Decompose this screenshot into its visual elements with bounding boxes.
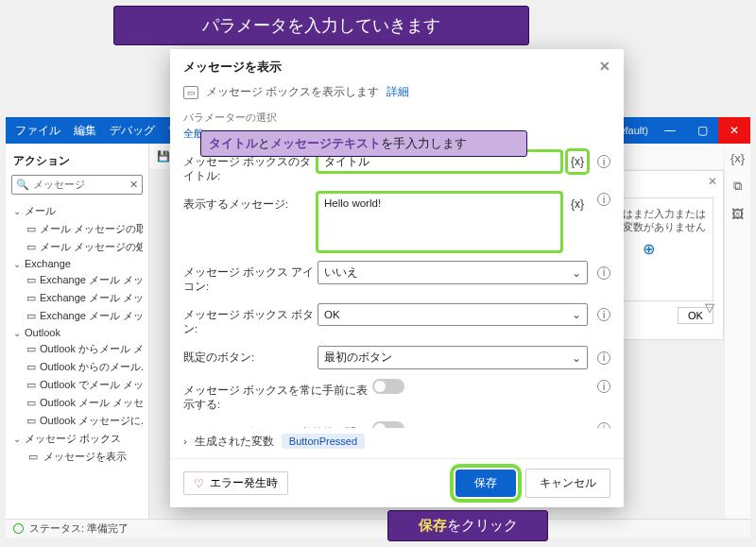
status-ready-icon [13,523,24,534]
tree-item[interactable]: ▭Exchange メール メッ... [11,271,143,289]
search-icon: 🔍 [16,179,29,191]
tree-item[interactable]: ▭Exchange メール メッ... [11,307,143,325]
shield-icon: ♡ [194,477,204,490]
icon-info-icon[interactable]: i [597,266,610,280]
tree-category[interactable]: Outlook [11,325,143,340]
tree-item[interactable]: ▭Exchange メール メッ... [11,289,143,307]
icon-label: メッセージ ボックス アイコン: [183,261,318,294]
message-box-icon: ▭ [183,86,198,99]
message-label: 表示するメッセージ: [183,193,318,212]
save-button[interactable]: 保存 [455,470,516,497]
tree-category[interactable]: メール [11,202,143,220]
autoclose-label: メッセージ ボックスを自動的に閉じる: [183,421,372,428]
window-close[interactable]: ✕ [718,117,750,144]
tree-item[interactable]: ▭Outlook メッセージに... [11,412,143,430]
tree-item[interactable]: ▭メッセージを表示 [11,448,143,466]
menu-file[interactable]: ファイル [15,123,60,139]
tree-item[interactable]: ▭Outlook からメール メ... [11,340,143,358]
tree-item[interactable]: ▭メール メッセージの処理 [11,238,143,256]
buttons-select[interactable]: OK ⌄ [318,303,588,326]
buttons-info-icon[interactable]: i [597,308,610,321]
panel-close-icon[interactable]: ✕ [708,175,717,188]
status-label: ステータス: 準備完了 [29,521,129,536]
genvar-label: 生成された変数 [195,435,274,449]
display-message-dialog: メッセージを表示 ✕ ▭ メッセージ ボックスを表示します 詳細 パラメーターの… [170,49,624,507]
sidebar-search[interactable]: 🔍 メッセージ ✕ [11,175,143,195]
clear-search-icon[interactable]: ✕ [129,179,138,191]
layers-rail-icon[interactable]: ⧉ [733,179,742,194]
chevron-down-icon: ⌄ [572,266,581,280]
tree-category[interactable]: Exchange [11,256,143,271]
chevron-down-icon: ⌄ [572,351,581,365]
dialog-subtitle: メッセージ ボックスを表示します [206,85,379,99]
topmost-toggle[interactable] [372,379,404,394]
default-info-icon[interactable]: i [597,351,610,365]
action-icon: ▭ [26,452,40,463]
action-icon: ▭ [26,344,36,355]
tree-item[interactable]: ▭Outlook でメール メッ... [11,376,143,394]
annotation-top: パラメータを入力していきます [113,6,529,45]
save-icon[interactable]: 💾 [157,150,170,162]
right-rail: {x} ⧉ 🖾 [724,144,750,519]
tree-category[interactable]: メッセージ ボックス [11,430,143,448]
action-icon: ▭ [26,275,36,286]
buttons-label: メッセージ ボックス ボタン: [183,303,318,336]
action-icon: ▭ [26,293,36,304]
window-minimize[interactable]: — [654,117,686,144]
title-variable-icon[interactable]: {x} [567,150,588,173]
details-link[interactable]: 詳細 [387,85,409,99]
message-textarea[interactable]: Hello world! [318,193,561,251]
topmost-label: メッセージ ボックスを常に手前に表示する: [183,379,372,412]
genvar-chevron-icon[interactable]: › [183,436,187,447]
tree-item[interactable]: ▭メール メッセージの取得 [11,220,143,238]
actions-sidebar: アクション 🔍 メッセージ ✕ メール▭メール メッセージの取得▭メール メッセ… [6,144,149,519]
on-error-button[interactable]: ♡ エラー発生時 [183,471,288,495]
message-variable-icon[interactable]: {x} [567,193,588,215]
status-bar: ステータス: 準備完了 [6,519,750,538]
images-rail-icon[interactable]: 🖾 [731,207,744,221]
message-info-icon[interactable]: i [597,193,610,206]
variables-rail-icon[interactable]: {x} [730,151,745,165]
autoclose-toggle[interactable] [372,421,404,428]
section-params: パラメーターの選択 [170,109,624,127]
action-icon: ▭ [26,242,36,253]
title-info-icon[interactable]: i [597,155,610,168]
topmost-info-icon[interactable]: i [597,380,610,393]
dialog-close-icon[interactable]: ✕ [599,59,610,76]
menu-edit[interactable]: 編集 [74,123,96,139]
action-icon: ▭ [26,416,36,427]
tree-item[interactable]: ▭Outlook メール メッセ... [11,394,143,412]
default-label: 既定のボタン: [183,346,318,365]
filter-icon[interactable]: ▽ [705,300,714,315]
default-select[interactable]: 最初のボタン ⌄ [318,346,588,369]
action-icon: ▭ [26,362,36,373]
tree-item[interactable]: ▭Outlook からのメール... [11,358,143,376]
window-maximize[interactable]: ▢ [686,117,718,144]
action-icon: ▭ [26,224,36,235]
action-icon: ▭ [26,311,36,322]
dialog-title: メッセージを表示 [183,59,282,76]
annotation-save: 保存をクリック [387,510,548,541]
chevron-down-icon: ⌄ [572,308,581,321]
genvar-chip[interactable]: ButtonPressed [282,434,365,449]
action-icon: ▭ [26,380,36,391]
search-value: メッセージ [33,178,85,192]
sidebar-heading: アクション [11,149,143,175]
icon-select[interactable]: いいえ ⌄ [318,261,588,284]
action-icon: ▭ [26,398,36,409]
cancel-button[interactable]: キャンセル [525,469,610,498]
annotation-title-msg: タイトルとメッセージテキストを手入力します [200,130,527,157]
menu-debug[interactable]: デバッグ [110,123,155,139]
